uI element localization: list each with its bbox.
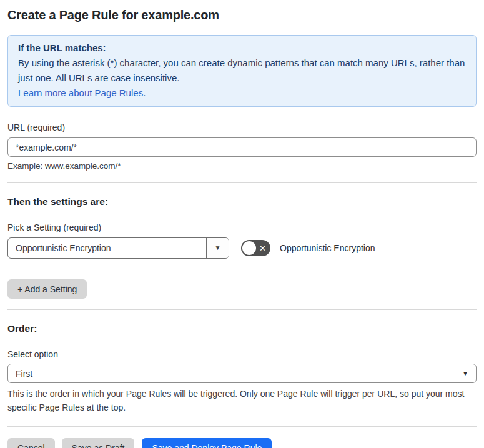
order-select-label: Select option — [7, 349, 477, 359]
order-help-text: This is the order in which your Page Rul… — [7, 387, 475, 414]
order-select[interactable]: First — [7, 364, 477, 383]
url-field-label: URL (required) — [7, 122, 477, 132]
order-section-heading: Order: — [7, 323, 477, 334]
link-suffix: . — [143, 87, 146, 98]
url-example-text: Example: www.example.com/* — [7, 161, 477, 171]
chevron-down-icon: ▼ — [215, 245, 221, 251]
cancel-button[interactable]: Cancel — [7, 438, 55, 448]
learn-more-link[interactable]: Learn more about Page Rules — [18, 87, 143, 98]
url-match-info-box: If the URL matches: By using the asteris… — [7, 35, 477, 107]
order-select-wrap: First ▼ — [7, 364, 477, 383]
setting-row: Opportunistic Encryption ▼ ✕ Opportunist… — [7, 237, 477, 259]
toggle-label: Opportunistic Encryption — [280, 243, 375, 253]
divider — [7, 182, 477, 183]
footer-buttons: Cancel Save as Draft Save and Deploy Pag… — [7, 438, 477, 448]
toggle-off-x-icon: ✕ — [259, 244, 266, 252]
settings-section-heading: Then the settings are: — [7, 196, 477, 207]
pick-setting-label: Pick a Setting (required) — [7, 222, 477, 232]
divider — [7, 309, 477, 310]
setting-combobox-value: Opportunistic Encryption — [8, 238, 206, 258]
divider — [7, 426, 477, 427]
page-title: Create a Page Rule for example.com — [7, 8, 477, 22]
setting-combobox[interactable]: Opportunistic Encryption ▼ — [7, 237, 229, 259]
setting-combobox-caret-button[interactable]: ▼ — [206, 238, 229, 258]
info-box-body: By using the asterisk (*) character, you… — [18, 56, 466, 86]
toggle-knob — [242, 241, 256, 255]
save-and-deploy-button[interactable]: Save and Deploy Page Rule — [142, 438, 272, 448]
info-box-heading: If the URL matches: — [18, 41, 466, 56]
opportunistic-encryption-toggle[interactable]: ✕ — [241, 240, 270, 256]
save-as-draft-button[interactable]: Save as Draft — [62, 438, 135, 448]
page-rule-form: Create a Page Rule for example.com If th… — [0, 8, 484, 448]
add-setting-button[interactable]: + Add a Setting — [7, 279, 87, 299]
url-input[interactable] — [7, 137, 477, 157]
info-box-link-line: Learn more about Page Rules. — [18, 86, 466, 101]
